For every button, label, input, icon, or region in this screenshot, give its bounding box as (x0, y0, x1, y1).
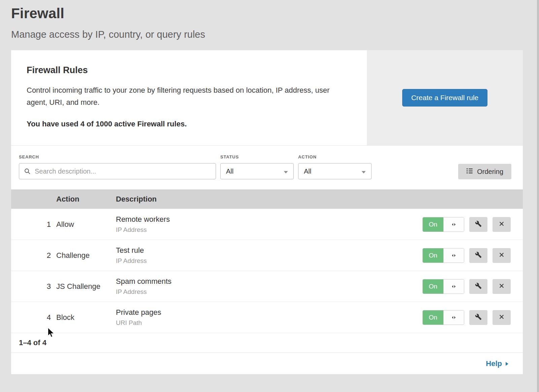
delete-rule-button[interactable] (493, 248, 511, 263)
rule-description: Remote workers (116, 215, 415, 224)
page-header: Firewall Manage access by IP, country, o… (0, 0, 539, 40)
rule-description: Private pages (116, 308, 415, 317)
close-icon (499, 314, 504, 321)
chevron-down-icon (284, 168, 288, 175)
rule-priority: 1 (11, 220, 56, 229)
rule-description-cell: Remote workers IP Address (116, 215, 415, 234)
toggle-arrows-icon[interactable] (443, 279, 464, 294)
search-label: SEARCH (19, 154, 216, 159)
action-group: ACTION All (298, 154, 372, 179)
search-icon (24, 168, 31, 176)
toggle-arrows-icon[interactable] (443, 248, 464, 263)
create-firewall-rule-button[interactable]: Create a Firewall rule (402, 89, 488, 107)
edit-rule-button[interactable] (469, 248, 487, 263)
edit-rule-button[interactable] (469, 279, 487, 294)
ordering-button-label: Ordering (477, 168, 503, 176)
delete-rule-button[interactable] (493, 279, 511, 294)
rule-controls: On (415, 310, 523, 325)
table-row: 3 JS Challenge Spam comments IP Address … (11, 271, 523, 302)
wrench-icon (475, 251, 482, 259)
rule-action: JS Challenge (56, 282, 116, 291)
card-intro: Firewall Rules Control incoming traffic … (11, 50, 367, 145)
rule-enabled-toggle[interactable]: On (422, 310, 464, 325)
rule-action: Block (56, 313, 116, 322)
rule-field: URI Path (116, 319, 415, 327)
status-label: STATUS (220, 154, 294, 159)
table-row: 1 Allow Remote workers IP Address On (11, 209, 523, 240)
table-header: Action Description (11, 189, 523, 209)
cta-panel: Create a Firewall rule (367, 50, 523, 145)
action-select[interactable]: All (298, 163, 372, 179)
wrench-icon (475, 282, 482, 290)
card-top-section: Firewall Rules Control incoming traffic … (11, 50, 523, 146)
edit-rule-button[interactable] (469, 217, 487, 232)
rule-description-cell: Private pages URI Path (116, 308, 415, 327)
close-icon (499, 283, 504, 290)
toggle-on-label[interactable]: On (423, 310, 443, 325)
rule-controls: On (415, 248, 523, 263)
column-header-action: Action (56, 195, 116, 204)
card-description: Control incoming traffic to your zone by… (27, 84, 347, 108)
toggle-arrows-icon[interactable] (443, 217, 464, 232)
rule-action: Allow (56, 220, 116, 229)
page-title: Firewall (11, 5, 539, 22)
action-select-value: All (304, 168, 311, 175)
status-select-value: All (226, 168, 233, 175)
delete-rule-button[interactable] (493, 217, 511, 232)
table-row: 4 Block Private pages URI Path On (11, 302, 523, 333)
chevron-down-icon (361, 168, 366, 175)
table-row: 2 Challenge Test rule IP Address On (11, 240, 523, 271)
rule-enabled-toggle[interactable]: On (422, 217, 464, 232)
pagination-label: 1–4 of 4 (11, 333, 523, 353)
page-subtitle: Manage access by IP, country, or query r… (11, 29, 539, 40)
ordering-list-icon (466, 168, 473, 176)
usage-summary: You have used 4 of 1000 active Firewall … (27, 120, 347, 128)
rule-field: IP Address (116, 257, 415, 265)
rule-description: Test rule (116, 246, 415, 255)
firewall-page: Firewall Manage access by IP, country, o… (0, 0, 539, 392)
filter-bar: SEARCH STATUS All ACTION (11, 146, 523, 189)
action-label: ACTION (298, 154, 372, 159)
rule-priority: 4 (11, 313, 56, 322)
wrench-icon (475, 220, 482, 228)
rule-field: IP Address (116, 288, 415, 296)
rule-description: Spam comments (116, 277, 415, 286)
ordering-button[interactable]: Ordering (458, 164, 511, 179)
status-group: STATUS All (220, 154, 294, 179)
rule-description-cell: Spam comments IP Address (116, 277, 415, 296)
delete-rule-button[interactable] (493, 310, 511, 325)
rule-controls: On (415, 279, 523, 294)
search-group: SEARCH (19, 154, 216, 179)
rule-action: Challenge (56, 251, 116, 260)
close-icon (499, 252, 504, 259)
rule-priority: 2 (11, 251, 56, 260)
help-link[interactable]: Help (486, 359, 509, 368)
toggle-arrows-icon[interactable] (443, 310, 464, 325)
rule-field: IP Address (116, 226, 415, 234)
toggle-on-label[interactable]: On (423, 248, 443, 263)
close-icon (499, 221, 504, 228)
help-link-label: Help (486, 359, 502, 368)
toggle-on-label[interactable]: On (423, 217, 443, 232)
card-title: Firewall Rules (27, 65, 347, 76)
help-arrow-icon (505, 359, 509, 368)
search-input[interactable] (19, 163, 216, 179)
edit-rule-button[interactable] (469, 310, 487, 325)
rule-controls: On (415, 217, 523, 232)
column-header-description: Description (116, 195, 415, 204)
toggle-on-label[interactable]: On (423, 279, 443, 294)
wrench-icon (475, 313, 482, 321)
rule-priority: 3 (11, 282, 56, 291)
rule-description-cell: Test rule IP Address (116, 246, 415, 265)
rule-enabled-toggle[interactable]: On (422, 248, 464, 263)
status-select[interactable]: All (220, 163, 294, 179)
rule-enabled-toggle[interactable]: On (422, 279, 464, 294)
help-row: Help (11, 353, 523, 374)
firewall-rules-card: Firewall Rules Control incoming traffic … (11, 50, 523, 374)
